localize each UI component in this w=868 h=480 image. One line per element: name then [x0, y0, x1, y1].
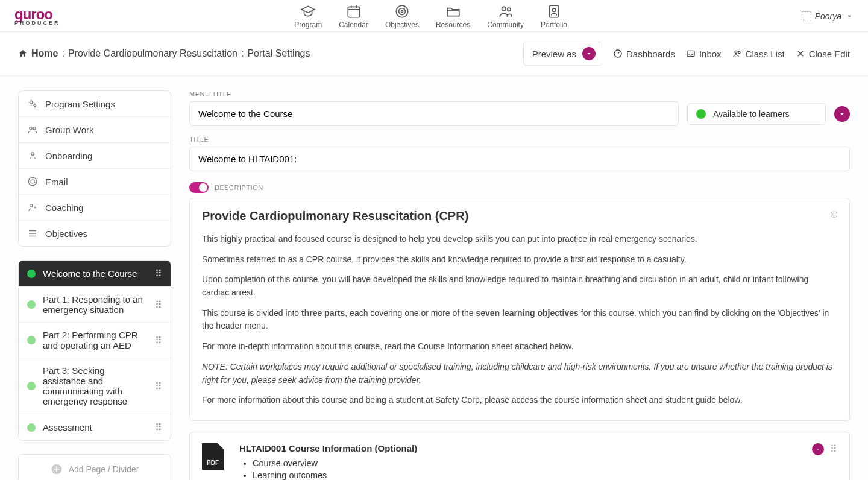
- page-item-part1[interactable]: Part 1: Responding to an emergency situa…: [19, 287, 171, 323]
- description-heading: Provide Cardiopulmonary Resuscitation (C…: [202, 209, 837, 223]
- sidebar-item-program-settings[interactable]: Program Settings: [19, 91, 171, 117]
- drag-handle-icon[interactable]: ⠿: [155, 422, 163, 433]
- id-badge-icon: [546, 4, 562, 19]
- description-para: This highly practical and focused course…: [202, 233, 837, 246]
- nav-resources[interactable]: Resources: [436, 4, 470, 29]
- nav-resources-label: Resources: [436, 21, 470, 29]
- page-item-part2[interactable]: Part 2: Performing CPR and operating an …: [19, 323, 171, 358]
- nav-program[interactable]: Program: [294, 4, 322, 29]
- attachment-list: Course overview Learning outcomes Course…: [239, 458, 417, 480]
- sidebar-item-label: Program Settings: [45, 99, 115, 109]
- preview-as-dropdown[interactable]: Preview as: [523, 42, 602, 66]
- nav-portfolio-label: Portfolio: [541, 21, 567, 29]
- drag-handle-icon[interactable]: ⠿: [155, 335, 163, 346]
- nav-community[interactable]: Community: [487, 4, 524, 29]
- drag-handle-icon[interactable]: ⠿: [155, 268, 163, 279]
- breadcrumb-section: Portal Settings: [247, 48, 310, 59]
- add-page-button[interactable]: Add Page / Divider: [18, 454, 171, 480]
- svg-point-3: [401, 10, 403, 12]
- chevron-down-icon: [845, 12, 854, 21]
- sidebar-item-objectives[interactable]: Objectives: [19, 221, 171, 246]
- description-note: NOTE: Certain workplaces may require add…: [202, 361, 837, 387]
- drag-handle-icon[interactable]: ⠿: [155, 299, 163, 311]
- menu-title-input[interactable]: [189, 101, 679, 126]
- nav-program-label: Program: [294, 21, 322, 29]
- sidebar-item-label: Objectives: [45, 229, 87, 239]
- svg-point-11: [738, 51, 740, 53]
- chevron-down-icon: [815, 446, 821, 452]
- home-icon[interactable]: [18, 49, 28, 58]
- status-dot: [27, 300, 36, 309]
- brand-logo[interactable]: guroo PRODUCER: [14, 7, 60, 26]
- sidebar-item-group-work[interactable]: Group Work: [19, 117, 171, 143]
- status-dot: [27, 336, 36, 344]
- drag-handle-icon[interactable]: ⠿: [830, 443, 838, 455]
- nav-calendar-label: Calendar: [339, 21, 368, 29]
- nav-objectives[interactable]: Objectives: [385, 4, 419, 29]
- svg-point-14: [30, 127, 33, 130]
- calendar-icon: [346, 4, 362, 19]
- sidebar: Program Settings Group Work Onboarding E…: [18, 90, 171, 480]
- description-toggle-label: DESCRIPTION: [215, 184, 263, 191]
- inbox-link[interactable]: Inbox: [686, 49, 722, 59]
- page-item-label: Part 1: Responding to an emergency situa…: [43, 294, 148, 315]
- page-item-label: Part 2: Performing CPR and operating an …: [43, 330, 148, 350]
- user-menu[interactable]: Poorya: [802, 11, 854, 21]
- page-item-part3[interactable]: Part 3: Seeking assistance and communica…: [19, 358, 171, 414]
- nav-portfolio[interactable]: Portfolio: [541, 4, 567, 29]
- svg-point-7: [552, 8, 555, 11]
- svg-point-18: [30, 204, 33, 207]
- email-icon: [27, 176, 38, 187]
- breadcrumb-home[interactable]: Home: [31, 48, 58, 59]
- menu-title-label: MENU TITLE: [189, 90, 850, 98]
- close-edit-label: Close Edit: [809, 49, 850, 59]
- description-toggle[interactable]: [189, 182, 209, 193]
- sidebar-item-email[interactable]: Email: [19, 169, 171, 195]
- title-input[interactable]: [189, 147, 850, 171]
- pages-list: Welcome to the Course ⠿ Part 1: Respondi…: [18, 260, 171, 441]
- description-para: For more in-depth information about this…: [202, 340, 837, 353]
- people-icon: [498, 4, 514, 19]
- folder-icon: [445, 4, 461, 19]
- emoji-icon[interactable]: ☺: [829, 208, 840, 221]
- chevron-down-icon: [582, 47, 596, 60]
- nav-objectives-label: Objectives: [385, 21, 419, 29]
- page-item-welcome[interactable]: Welcome to the Course ⠿: [19, 261, 171, 287]
- list-item: Course overview: [253, 458, 417, 468]
- brand-sub: PRODUCER: [14, 21, 60, 26]
- class-list-link[interactable]: Class List: [732, 49, 785, 59]
- close-edit-button[interactable]: Close Edit: [796, 49, 850, 59]
- svg-point-4: [502, 7, 506, 11]
- sidebar-item-label: Group Work: [45, 125, 94, 135]
- drag-handle-icon[interactable]: ⠿: [155, 381, 163, 392]
- sidebar-item-label: Email: [45, 177, 68, 187]
- dashboards-link[interactable]: Dashboards: [613, 49, 675, 59]
- nav-calendar[interactable]: Calendar: [339, 4, 368, 29]
- breadcrumb-course[interactable]: Provide Cardiopulmonary Resuscitation: [68, 48, 237, 59]
- description-editor[interactable]: ☺ Provide Cardiopulmonary Resuscitation …: [189, 198, 850, 421]
- attachment-menu-button[interactable]: [812, 443, 824, 455]
- availability-dropdown[interactable]: Available to learners: [687, 103, 826, 125]
- preview-as-label: Preview as: [532, 49, 576, 59]
- attachment-title: HLTAID001 Course Information (Optional): [239, 443, 417, 453]
- people-icon: [732, 49, 742, 58]
- sidebar-item-onboarding[interactable]: Onboarding: [19, 143, 171, 169]
- plus-circle-icon: [51, 463, 63, 475]
- title-label: TITLE: [189, 136, 850, 143]
- breadcrumb-sep: :: [241, 48, 244, 59]
- page-item-assessment[interactable]: Assessment ⠿: [19, 414, 171, 440]
- sidebar-item-coaching[interactable]: Coaching: [19, 195, 171, 221]
- list-item: Learning outcomes: [253, 470, 417, 480]
- description-para: This course is divided into three parts,…: [202, 307, 837, 333]
- svg-point-1: [396, 5, 408, 17]
- gauge-icon: [613, 49, 623, 58]
- availability-expand-button[interactable]: [834, 106, 850, 122]
- description-para: Sometimes referred to as a CPR course, i…: [202, 253, 837, 267]
- onboarding-icon: [27, 150, 38, 161]
- svg-point-16: [31, 153, 34, 156]
- graduation-cap-icon: [300, 4, 316, 19]
- svg-point-17: [28, 177, 37, 186]
- class-list-label: Class List: [746, 49, 785, 59]
- top-header: guroo PRODUCER Program Calendar Objectiv…: [0, 0, 868, 32]
- page-body: Program Settings Group Work Onboarding E…: [0, 76, 868, 480]
